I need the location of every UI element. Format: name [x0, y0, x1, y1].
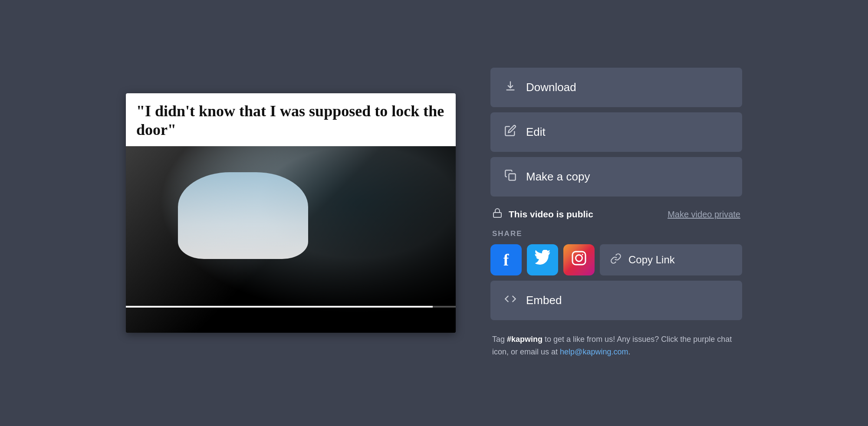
tag-suffix: .: [628, 347, 630, 356]
tag-line: Tag #kapwing to get a like from us! Any …: [490, 333, 742, 358]
twitter-icon: [534, 250, 551, 270]
make-copy-button[interactable]: Make a copy: [490, 157, 742, 197]
copy-link-button[interactable]: Copy Link: [600, 244, 742, 275]
make-copy-label: Make a copy: [526, 170, 590, 184]
download-label: Download: [526, 81, 576, 94]
svg-rect-9: [572, 252, 585, 265]
copy-link-label: Copy Link: [628, 254, 675, 266]
embed-icon: [503, 293, 517, 308]
edit-button[interactable]: Edit: [490, 112, 742, 152]
tag-hashtag: #kapwing: [507, 335, 542, 344]
twitter-button[interactable]: [527, 244, 558, 275]
embed-button[interactable]: Embed: [490, 281, 742, 320]
download-icon: [503, 80, 517, 95]
visibility-status: This video is public: [509, 209, 593, 220]
support-email[interactable]: help@kapwing.com: [560, 347, 628, 356]
svg-rect-7: [509, 174, 516, 180]
embed-label: Embed: [526, 294, 562, 307]
progress-bar-container: [126, 306, 456, 308]
share-row: f: [490, 244, 742, 275]
svg-point-11: [582, 254, 583, 255]
edit-icon: [503, 125, 517, 140]
tag-prefix: Tag: [492, 335, 507, 344]
edit-label: Edit: [526, 125, 546, 139]
video-scene: [126, 146, 456, 333]
video-frame: 0:13 / 0:14: [126, 146, 456, 333]
svg-rect-8: [493, 213, 501, 217]
link-icon: [610, 253, 621, 267]
svg-point-10: [576, 255, 582, 261]
lock-icon: [492, 208, 503, 221]
share-label: SHARE: [490, 229, 742, 238]
visibility-row: This video is public Make video private: [490, 208, 742, 221]
video-caption: "I didn't know that I was supposed to lo…: [126, 93, 456, 146]
instagram-icon: [571, 250, 587, 270]
video-container: "I didn't know that I was supposed to lo…: [126, 93, 456, 333]
instagram-button[interactable]: [563, 244, 595, 275]
facebook-button[interactable]: f: [490, 244, 522, 275]
make-private-link[interactable]: Make video private: [667, 210, 740, 220]
copy-icon: [503, 169, 517, 184]
video-panel: "I didn't know that I was supposed to lo…: [126, 93, 456, 333]
actions-panel: Download Edit Make a copy This v: [490, 68, 742, 358]
download-button[interactable]: Download: [490, 68, 742, 107]
progress-bar-fill: [126, 306, 433, 308]
facebook-icon: f: [503, 250, 509, 269]
